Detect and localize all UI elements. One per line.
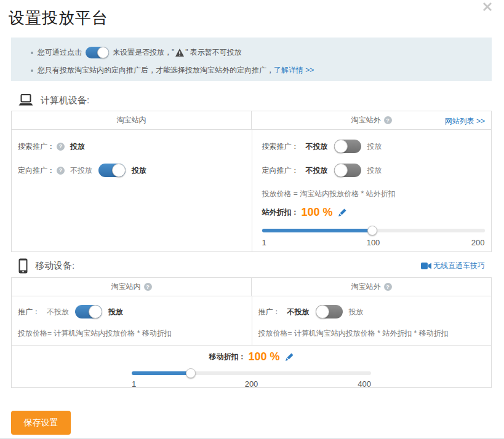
- page-title: 设置投放平台: [9, 8, 504, 28]
- wireless-tips-link[interactable]: 无线直通车技巧: [421, 261, 485, 271]
- mobile-onsite-promo-row: 推广： 不投放 投放: [18, 304, 252, 319]
- close-icon[interactable]: [482, 2, 492, 12]
- mobile-discount-row: 移动折扣： 100 % 1 200 400: [12, 345, 491, 387]
- phone-icon: [18, 258, 28, 274]
- offsite-price-formula: 投放价格 = 淘宝站内投放价格 * 站外折扣: [262, 189, 492, 199]
- computer-onsite-cell: 搜索推广： ? 投放 定向推广： ? 不投放 投放: [12, 130, 252, 251]
- slider-handle[interactable]: [186, 368, 196, 378]
- learn-more-link[interactable]: 了解详情 >>: [274, 65, 314, 76]
- help-icon[interactable]: ?: [144, 283, 152, 291]
- offsite-discount-slider[interactable]: [262, 226, 485, 235]
- help-icon[interactable]: ?: [57, 167, 65, 175]
- computer-offsite-search-row: 搜索推广： 不投放 投放: [262, 139, 492, 154]
- website-list-link[interactable]: 网站列表 >>: [445, 116, 485, 127]
- computer-offsite-target-row: 定向推广： 不投放 投放: [262, 163, 492, 178]
- mobile-offsite-toggle[interactable]: [316, 305, 343, 318]
- mobile-col-offsite-header: 淘宝站外 ?: [251, 278, 491, 296]
- computer-onsite-search-row: 搜索推广： ? 投放: [18, 139, 252, 154]
- mobile-discount-slider[interactable]: [132, 368, 371, 378]
- notice-box: 您可通过点击 来设置是否投放，" " 表示暂不可投放 您只有投放淘宝站内的定向推…: [11, 38, 492, 81]
- notice-line-2: 您只有投放淘宝站内的定向推广后，才能选择投放淘宝站外的定向推广， 了解详情 >>: [31, 65, 492, 76]
- notice-text: 来设置是否投放，": [113, 47, 174, 58]
- mobile-offsite-formula: 投放价格= 计算机淘宝站内投放价格 * 站外折扣 * 移动折扣: [258, 328, 492, 338]
- computer-icon: [18, 94, 33, 107]
- computer-offsite-search-toggle[interactable]: [334, 140, 361, 153]
- computer-onsite-target-toggle[interactable]: [98, 164, 126, 177]
- mobile-offsite-cell: 推广： 不投放 投放 投放价格= 计算机淘宝站内投放价格 * 站外折扣 * 移动…: [252, 296, 492, 345]
- mobile-section-header: 移动设备: 无线直通车技巧: [18, 257, 493, 274]
- notice-text: 您只有投放淘宝站内的定向推广后，才能选择投放淘宝站外的定向推广，: [38, 65, 274, 76]
- video-icon: [421, 263, 431, 269]
- computer-offsite-cell: 搜索推广： 不投放 投放 定向推广： 不投放 投放 投放价格 = 淘宝站内投放价…: [252, 130, 492, 251]
- offsite-discount: 站外折扣： 100 %: [262, 205, 492, 220]
- toggle-example: [86, 47, 109, 58]
- mobile-section-title: 移动设备:: [35, 260, 74, 272]
- mobile-discount: 移动折扣： 100 %: [12, 349, 491, 365]
- computer-section-header: 计算机设备:: [18, 92, 493, 108]
- help-icon[interactable]: ?: [57, 143, 65, 151]
- mobile-table: 淘宝站内 ? 淘宝站外 ? 推广： 不投放 投放 投放价格= 计算机淘宝站内投放…: [11, 277, 492, 388]
- help-icon[interactable]: ?: [384, 283, 392, 291]
- mobile-col-onsite-header: 淘宝站内 ?: [12, 278, 251, 296]
- mobile-slider-labels: 1 200 400: [132, 379, 371, 388]
- warning-icon: [175, 49, 184, 57]
- mobile-onsite-toggle[interactable]: [75, 305, 102, 318]
- notice-text: " 表示暂不可投放: [185, 47, 242, 58]
- computer-col-onsite-header: 淘宝站内: [12, 111, 251, 129]
- notice-text: 您可通过点击: [38, 47, 82, 58]
- mobile-offsite-promo-row: 推广： 不投放 投放: [258, 304, 492, 319]
- set-platform-dialog: 设置投放平台 您可通过点击 来设置是否投放，" " 表示暂不可投放 您只有投放淘…: [0, 0, 504, 439]
- computer-onsite-target-row: 定向推广： ? 不投放 投放: [18, 163, 252, 178]
- save-settings-button[interactable]: 保存设置: [11, 411, 71, 435]
- offsite-slider-labels: 1 100 200: [262, 238, 485, 247]
- mobile-onsite-formula: 投放价格= 计算机淘宝站内投放价格 * 移动折扣: [18, 328, 252, 338]
- bullet-icon: [31, 69, 33, 72]
- computer-offsite-target-toggle[interactable]: [334, 164, 361, 177]
- computer-table: 淘宝站内 淘宝站外 ? 网站列表 >> 搜索推广： ? 投放 定向推广： ? 不…: [11, 111, 492, 252]
- computer-col-offsite-header: 淘宝站外 ? 网站列表 >>: [251, 111, 491, 129]
- edit-pencil-icon[interactable]: [338, 208, 347, 217]
- bullet-icon: [31, 52, 33, 54]
- edit-pencil-icon[interactable]: [285, 352, 294, 362]
- mobile-onsite-cell: 推广： 不投放 投放 投放价格= 计算机淘宝站内投放价格 * 移动折扣: [12, 296, 252, 345]
- help-icon[interactable]: ?: [384, 116, 392, 124]
- notice-line-1: 您可通过点击 来设置是否投放，" " 表示暂不可投放: [31, 47, 492, 58]
- slider-handle[interactable]: [367, 226, 377, 235]
- computer-section-title: 计算机设备:: [41, 95, 89, 106]
